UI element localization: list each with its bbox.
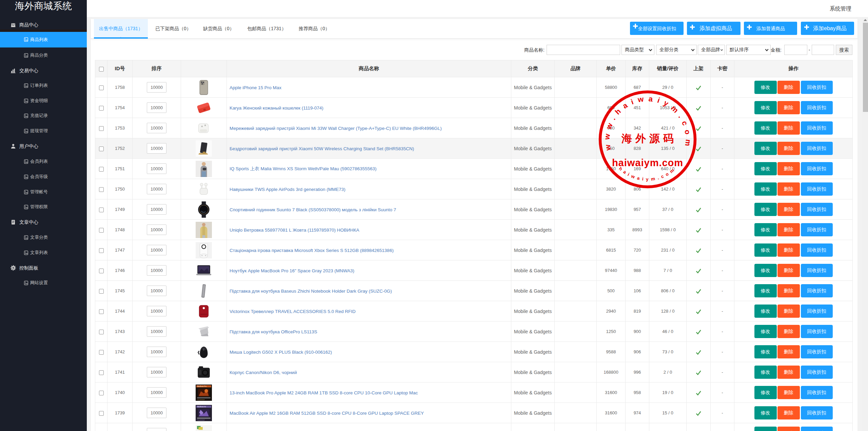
svg-text:MacBook Air: MacBook Air (197, 406, 206, 408)
svg-text:MacBook Pro: MacBook Pro (197, 386, 207, 387)
svg-text:Thunderbolt: Thunderbolt (197, 419, 205, 420)
svg-text:Thunderbolt: Thunderbolt (197, 398, 205, 400)
svg-text:haiwaiym.com: haiwaiym.com (612, 157, 683, 168)
svg-text:海外源码: 海外源码 (621, 133, 677, 144)
svg-text:haiwaiym.com: haiwaiym.com (618, 166, 677, 182)
